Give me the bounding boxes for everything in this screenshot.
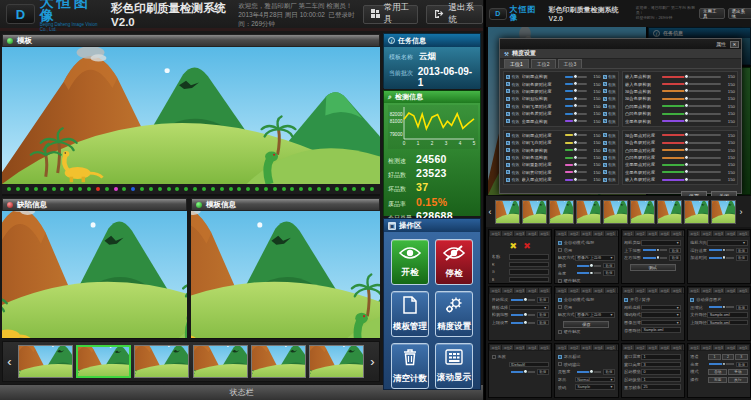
station-tab[interactable]: 工位1 xyxy=(623,288,634,293)
slider[interactable] xyxy=(662,149,721,151)
checkbox-checked-icon[interactable]: ✓ xyxy=(506,170,510,174)
start-inspection-button[interactable]: 开检 xyxy=(391,239,429,285)
text-input[interactable]: Sample.xml xyxy=(707,312,747,318)
checkbox-unchecked-icon[interactable] xyxy=(558,248,562,252)
checkbox-checked-icon[interactable]: ✓ xyxy=(603,141,607,145)
mini-button[interactable]: 3 xyxy=(735,354,747,360)
slider-knob[interactable] xyxy=(573,147,578,152)
station-tab[interactable]: 工位1 xyxy=(623,231,634,236)
text-input[interactable]: 3 xyxy=(641,362,681,368)
slider[interactable] xyxy=(565,142,587,144)
panel-button[interactable]: 保存 xyxy=(563,321,609,328)
station-tab[interactable]: 工位5 xyxy=(539,288,550,293)
slider-knob[interactable] xyxy=(722,255,727,260)
checkbox-unchecked-icon[interactable] xyxy=(492,355,496,359)
filmstrip-thumbnail[interactable] xyxy=(76,345,131,378)
station-tab[interactable]: 工位1 xyxy=(689,231,700,236)
template-info-image[interactable] xyxy=(191,211,380,338)
station-tab[interactable]: 工位2 xyxy=(502,231,513,236)
station-tab[interactable]: 工位4 xyxy=(526,345,537,350)
station-tab[interactable]: 工位1 xyxy=(556,288,567,293)
workspace-thumbnail[interactable] xyxy=(711,200,736,224)
checkbox-checked-icon[interactable]: ✓ xyxy=(603,112,607,116)
dropdown[interactable]: ▾ xyxy=(707,240,747,246)
station-tab[interactable]: 工位5 xyxy=(539,231,550,236)
mini-button[interactable]: 执行 xyxy=(728,377,747,383)
op-button[interactable]: 精度设置 xyxy=(435,291,473,337)
workspace-thumbnail[interactable] xyxy=(603,200,628,224)
slider-knob[interactable] xyxy=(573,96,578,101)
slider-knob[interactable] xyxy=(573,74,578,79)
dropdown[interactable]: 图像内·上边沿▾ xyxy=(575,255,615,261)
slider[interactable] xyxy=(662,105,721,107)
station-tab[interactable]: 工位3 xyxy=(713,231,724,236)
filmstrip-thumbnail[interactable] xyxy=(134,345,189,378)
slider[interactable] xyxy=(643,249,667,251)
slider[interactable] xyxy=(577,265,601,267)
op-button[interactable]: 模板管理 xyxy=(391,291,429,337)
station-tab[interactable]: 工位3 xyxy=(514,288,525,293)
slider[interactable] xyxy=(643,257,667,259)
checkbox-checked-icon[interactable]: ✓ xyxy=(603,89,607,93)
dropdown[interactable]: ▾ xyxy=(641,320,681,326)
slider[interactable] xyxy=(662,98,721,100)
mini-button[interactable]: 2 xyxy=(722,354,734,360)
tools-button[interactable]: 常用工具 xyxy=(699,8,725,19)
slider[interactable] xyxy=(577,371,601,373)
mini-button[interactable]: 标定 xyxy=(708,377,727,383)
slider-knob[interactable] xyxy=(573,140,578,145)
station-tab[interactable]: 工位3 xyxy=(713,345,724,350)
checkbox-checked-icon[interactable]: ✓ xyxy=(603,119,607,123)
checkbox-checked-icon[interactable]: ✓ xyxy=(603,97,607,101)
station-tab[interactable]: 工位3 xyxy=(514,345,525,350)
exit-button[interactable]: 退出系统 xyxy=(728,8,751,19)
slider[interactable] xyxy=(565,149,587,151)
station-tab[interactable]: 工位2 xyxy=(568,345,579,350)
text-input[interactable] xyxy=(509,262,549,268)
station-tab[interactable]: 工位4 xyxy=(725,288,736,293)
slider[interactable] xyxy=(709,306,733,308)
checkbox-checked-icon[interactable]: ✓ xyxy=(506,148,510,152)
slider[interactable] xyxy=(577,272,601,274)
text-input[interactable] xyxy=(509,254,549,260)
text-input[interactable] xyxy=(509,277,549,283)
workspace-thumbnail[interactable] xyxy=(684,200,709,224)
filmstrip-thumbnail[interactable] xyxy=(251,345,306,378)
slider-knob[interactable] xyxy=(523,320,528,325)
station-tab[interactable]: 工位1 xyxy=(689,345,700,350)
text-input[interactable]: 1 xyxy=(641,377,681,383)
slider[interactable] xyxy=(709,249,733,251)
slider-knob[interactable] xyxy=(589,263,594,268)
workspace-thumbnail[interactable] xyxy=(549,200,574,224)
stop-inspection-button[interactable]: 停检 xyxy=(435,239,473,285)
station-tab[interactable]: 工位2 xyxy=(635,288,646,293)
station-tab[interactable]: 工位2 xyxy=(635,231,646,236)
defect-image[interactable] xyxy=(2,211,187,338)
slider-knob[interactable] xyxy=(722,362,727,367)
station-tab[interactable]: 工位5 xyxy=(605,288,616,293)
slider[interactable] xyxy=(511,299,535,301)
station-tab[interactable]: 工位3 xyxy=(514,231,525,236)
station-tab[interactable]: 工位3 xyxy=(581,288,592,293)
station-tab[interactable]: 工位2 xyxy=(502,288,513,293)
checkbox-checked-icon[interactable]: ✓ xyxy=(506,156,510,160)
station-tab[interactable]: 工位4 xyxy=(725,345,736,350)
station-tab[interactable]: 工位1 xyxy=(689,288,700,293)
filmstrip-thumbnail[interactable] xyxy=(18,345,73,378)
slider-knob[interactable] xyxy=(684,103,689,108)
slider-knob[interactable] xyxy=(523,297,528,302)
filmstrip-prev-icon[interactable]: ‹ xyxy=(3,354,16,369)
tools-button[interactable]: 常用工具 xyxy=(363,5,419,24)
filmstrip-thumbnail[interactable] xyxy=(193,345,248,378)
slider-knob[interactable] xyxy=(573,103,578,108)
slider-knob[interactable] xyxy=(684,140,689,145)
station-tab[interactable]: 工位5 xyxy=(671,345,682,350)
workspace-thumbnail[interactable] xyxy=(522,200,547,224)
station-tab[interactable]: 工位4 xyxy=(659,345,670,350)
slider[interactable] xyxy=(565,105,587,107)
dropdown[interactable]: Normal▾ xyxy=(575,377,615,383)
station-tab[interactable]: 工位4 xyxy=(593,288,604,293)
slider-knob[interactable] xyxy=(589,369,594,374)
checkbox-checked-icon[interactable]: ✓ xyxy=(506,89,510,93)
slider-knob[interactable] xyxy=(684,88,689,93)
